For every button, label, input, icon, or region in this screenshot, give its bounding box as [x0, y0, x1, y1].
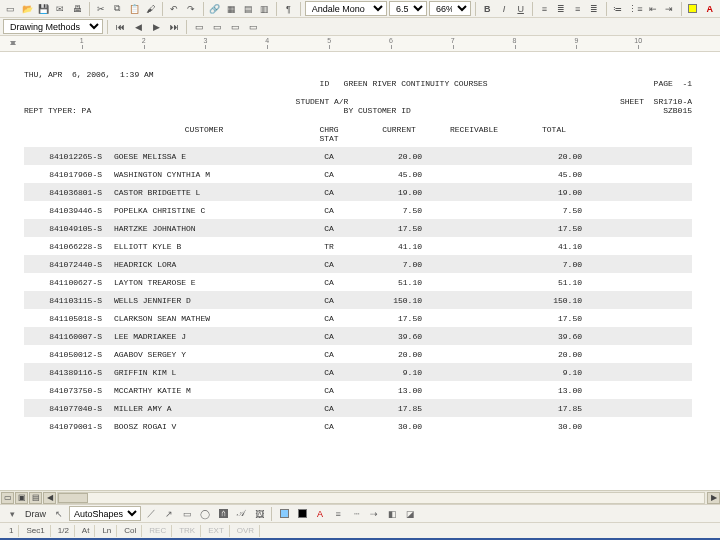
db-misc3-icon[interactable]: ▭ — [227, 19, 243, 35]
db-nav-next-icon[interactable]: ▶ — [148, 19, 164, 35]
cell-current: 51.10 — [364, 278, 434, 287]
status-ext: EXT — [203, 525, 230, 537]
font-size-select[interactable]: 6.5 — [389, 1, 427, 16]
align-left-icon[interactable]: ≡ — [537, 1, 552, 17]
draw-label[interactable]: Draw — [22, 509, 49, 519]
textbox-icon[interactable]: 🅰 — [215, 506, 231, 522]
cell-total: 9.10 — [514, 368, 594, 377]
table-icon[interactable]: ▦ — [224, 1, 239, 17]
shadow-icon[interactable]: ◧ — [384, 506, 400, 522]
cell-total: 45.00 — [514, 170, 594, 179]
cell-current: 39.60 — [364, 332, 434, 341]
document-area[interactable]: THU, APR 6, 2006, 1:39 AM ID GREEN RIVER… — [0, 52, 720, 490]
mail-icon[interactable]: ✉ — [53, 1, 68, 17]
cell-total: 17.85 — [514, 404, 594, 413]
db-misc1-icon[interactable]: ▭ — [191, 19, 207, 35]
indent-icon[interactable]: ⇥ — [662, 1, 677, 17]
indent-marker-icon[interactable] — [10, 38, 17, 48]
db-nav-first-icon[interactable]: ⏮ — [112, 19, 128, 35]
status-sec: Sec 1 — [21, 525, 50, 537]
highlight-icon[interactable] — [686, 1, 701, 17]
scroll-right-icon[interactable]: ▶ — [707, 492, 720, 504]
justify-icon[interactable]: ≣ — [587, 1, 602, 17]
show-para-icon[interactable]: ¶ — [281, 1, 296, 17]
new-doc-icon[interactable]: ▭ — [3, 1, 18, 17]
three-d-icon[interactable]: ◪ — [402, 506, 418, 522]
align-center-icon[interactable]: ≣ — [554, 1, 569, 17]
sheet-id: SR1710-A — [654, 97, 692, 106]
redo-icon[interactable]: ↷ — [184, 1, 199, 17]
save-icon[interactable]: 💾 — [36, 1, 51, 17]
db-nav-prev-icon[interactable]: ◀ — [130, 19, 146, 35]
autoshapes-select[interactable]: AutoShapes — [69, 506, 141, 521]
draw-menu-icon[interactable]: ▾ — [4, 506, 20, 522]
rectangle-icon[interactable]: ▭ — [179, 506, 195, 522]
report-title-3: BY CUSTOMER ID — [344, 106, 411, 115]
view-outline-icon[interactable]: ▤ — [29, 492, 42, 504]
cell-name: ELLIOTT KYLE B — [114, 242, 294, 251]
open-icon[interactable]: 📂 — [20, 1, 35, 17]
db-misc4-icon[interactable]: ▭ — [245, 19, 261, 35]
print-icon[interactable]: 🖶 — [70, 1, 85, 17]
scroll-track[interactable] — [57, 492, 705, 504]
cut-icon[interactable]: ✂ — [93, 1, 108, 17]
format-painter-icon[interactable]: 🖌 — [144, 1, 159, 17]
numbering-icon[interactable]: ≔ — [611, 1, 626, 17]
page-label: PAGE — [654, 79, 673, 88]
cell-id: 841100627-S — [24, 278, 114, 287]
sheet-code: SZB015 — [663, 106, 692, 115]
oval-icon[interactable]: ◯ — [197, 506, 213, 522]
outdent-icon[interactable]: ⇤ — [645, 1, 660, 17]
line-style-icon[interactable]: ≡ — [330, 506, 346, 522]
view-layout-icon[interactable]: ▣ — [15, 492, 28, 504]
cell-current: 20.00 — [364, 350, 434, 359]
arrow-icon[interactable]: ↗ — [161, 506, 177, 522]
arrow-style-icon[interactable]: ⇢ — [366, 506, 382, 522]
paste-icon[interactable]: 📋 — [127, 1, 142, 17]
table-row: 841049105-SHARTZKE JOHNATHONCA17.5017.50 — [24, 219, 692, 237]
underline-icon[interactable]: U — [513, 1, 528, 17]
line-icon[interactable]: ／ — [143, 506, 159, 522]
status-rec: REC — [144, 525, 172, 537]
font-color-2-icon[interactable]: A — [312, 506, 328, 522]
cell-total: 39.60 — [514, 332, 594, 341]
align-right-icon[interactable]: ≡ — [570, 1, 585, 17]
scroll-thumb[interactable] — [58, 493, 88, 503]
cell-id: 841066228-S — [24, 242, 114, 251]
bullets-icon[interactable]: ⋮≡ — [627, 1, 643, 17]
db-nav-last-icon[interactable]: ⏭ — [166, 19, 182, 35]
cell-total: 20.00 — [514, 350, 594, 359]
select-objects-icon[interactable]: ↖ — [51, 506, 67, 522]
cell-total: 51.10 — [514, 278, 594, 287]
db-misc2-icon[interactable]: ▭ — [209, 19, 225, 35]
bold-icon[interactable]: B — [480, 1, 495, 17]
font-select[interactable]: Andale Mono — [305, 1, 387, 16]
fill-color-icon[interactable] — [276, 506, 292, 522]
cell-stat: CA — [294, 206, 364, 215]
cell-id: 841105018-S — [24, 314, 114, 323]
cell-current: 19.00 — [364, 188, 434, 197]
cell-current: 30.00 — [364, 422, 434, 431]
zoom-select[interactable]: 66% — [429, 1, 471, 16]
scroll-left-icon[interactable]: ◀ — [43, 492, 56, 504]
view-normal-icon[interactable]: ▭ — [1, 492, 14, 504]
cell-id: 841073750-S — [24, 386, 114, 395]
font-color-icon[interactable]: A — [702, 1, 717, 17]
copy-icon[interactable]: ⧉ — [110, 1, 125, 17]
dash-style-icon[interactable]: ┄ — [348, 506, 364, 522]
cell-stat: CA — [294, 422, 364, 431]
report-header-3: REPT TYPER: PA BY CUSTOMER ID SZB015 — [24, 106, 692, 115]
table-row: 841036801-SCASTOR BRIDGETTE LCA19.0019.0… — [24, 183, 692, 201]
cell-stat: CA — [294, 332, 364, 341]
undo-icon[interactable]: ↶ — [167, 1, 182, 17]
drawing-methods-select[interactable]: Drawing Methods — [3, 19, 103, 34]
cell-total: 41.10 — [514, 242, 594, 251]
line-color-icon[interactable] — [294, 506, 310, 522]
page-number: -1 — [682, 79, 692, 88]
wordart-icon[interactable]: 𝒜 — [233, 506, 249, 522]
excel-icon[interactable]: ▤ — [241, 1, 256, 17]
clipart-icon[interactable]: 🖼 — [251, 506, 267, 522]
italic-icon[interactable]: I — [497, 1, 512, 17]
hyperlink-icon[interactable]: 🔗 — [207, 1, 222, 17]
columns-icon[interactable]: ▥ — [258, 1, 273, 17]
